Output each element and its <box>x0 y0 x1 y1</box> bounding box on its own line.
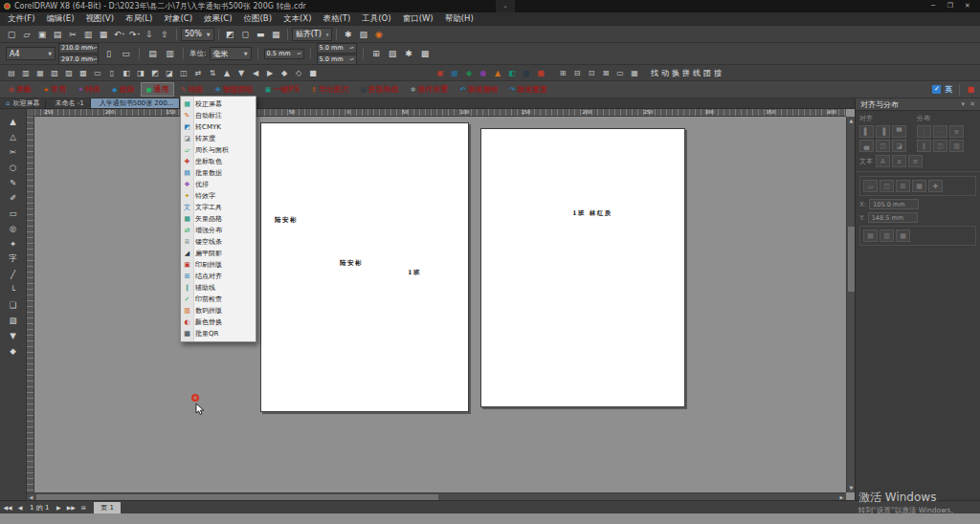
plugin-toolbar-icon[interactable]: ▥ <box>19 66 33 79</box>
toolbox-tool[interactable]: ◎ <box>4 221 23 235</box>
align-button[interactable]: ▄ <box>859 140 874 152</box>
dropdown-menu-item[interactable]: ◢ 扁平阴影 <box>181 248 256 259</box>
toolbar-icon[interactable]: ▤ <box>51 27 65 41</box>
current-page-button[interactable]: ▥ <box>163 47 177 61</box>
vertical-scroll-thumb[interactable] <box>848 227 855 292</box>
duplicate-x-field[interactable]: 5.0 mm▴▾ <box>317 43 357 54</box>
dropdown-menu-item[interactable]: ◪ 转灰度 <box>181 133 256 144</box>
page-text-object[interactable]: 1班 <box>408 269 421 277</box>
titlebar-chevron-icon[interactable]: ⌄ <box>496 0 515 12</box>
plugin-toolbar-icon[interactable]: ▩ <box>77 66 90 79</box>
property-bar-icon[interactable]: ▨ <box>386 47 400 61</box>
distribute-to-button[interactable]: ▥ <box>880 229 894 242</box>
distribute-to-button[interactable]: ▦ <box>896 229 910 242</box>
macro-button[interactable]: ✱插件设置 <box>406 82 454 97</box>
property-bar-icon[interactable]: ✱ <box>402 47 416 61</box>
document-tab[interactable]: 入学通知书500张 200... <box>91 98 181 108</box>
plugin-toolbar-icon[interactable]: ▭ <box>91 66 104 79</box>
macro-button[interactable]: ✎转曲 <box>176 82 209 97</box>
toolbar-icon[interactable]: ▦ <box>269 27 283 41</box>
plugin-toolbar-icon[interactable]: ◧ <box>120 66 133 79</box>
macro-button[interactable]: ↶极速撤销 <box>456 82 503 97</box>
plugin-toolbar-icon[interactable]: ▭ <box>613 66 627 79</box>
plugin-toolbar-icon[interactable]: ⊟ <box>570 66 584 79</box>
text-align-button[interactable]: A <box>876 155 890 167</box>
macro-button[interactable]: ●通用 <box>141 82 173 97</box>
plugin-toolbar-color-icon[interactable]: ● <box>477 66 490 79</box>
plugin-toolbar-icon[interactable]: ▤ <box>5 66 18 79</box>
toolbox-tool[interactable]: ▼ <box>4 328 23 342</box>
dropdown-menu-item[interactable]: ⇄ 增强分布 <box>181 225 256 236</box>
macro-button[interactable]: ↷极速重复 <box>504 82 552 97</box>
menu-item[interactable]: 布局(L) <box>120 12 158 26</box>
toolbar-icon[interactable]: ✂ <box>66 27 80 41</box>
toolbox-tool[interactable]: ✦ <box>4 236 23 251</box>
distribute-to-button[interactable]: ▤ <box>863 229 878 242</box>
stepper-icon[interactable]: ▴▾ <box>93 46 97 50</box>
plugin-toolbar-color-icon[interactable]: ▲ <box>491 66 504 79</box>
align-button[interactable]: ▌ <box>859 125 874 138</box>
menu-item[interactable]: 视图(V) <box>80 12 120 26</box>
toolbar-icon[interactable]: ▣ <box>35 27 50 41</box>
plugin-toolbar-icon[interactable]: ▯ <box>105 66 119 79</box>
plugin-toolbar-color-icon[interactable]: ◆ <box>462 66 476 79</box>
macro-button[interactable]: ⊞拼版角线 <box>356 82 404 97</box>
toolbox-tool[interactable]: ✐ <box>4 190 23 205</box>
last-page-button[interactable]: ▶▶ <box>66 504 76 511</box>
plugin-toolbar-icon[interactable]: ■ <box>306 66 320 79</box>
plugin-char-button[interactable]: 团 <box>702 66 712 79</box>
dropdown-menu-item[interactable]: ∥ 辅助线 <box>181 282 256 294</box>
dropdown-menu-item[interactable]: ✎ 自动标注 <box>181 110 256 121</box>
toolbox-tool[interactable]: ❏ <box>4 297 23 312</box>
add-page-button[interactable]: ⊞ <box>78 504 88 511</box>
horizontal-ruler[interactable]: 250 200 150 100 50 0 50 100 150 200 250 … <box>34 109 846 117</box>
plugin-toolbar-icon[interactable]: ▶ <box>263 66 277 79</box>
maximize-button[interactable]: ❐ <box>942 0 959 12</box>
toolbox-tool[interactable]: ✎ <box>4 175 23 189</box>
menu-item[interactable]: 工具(O) <box>356 12 396 26</box>
toolbar-icon[interactable]: ↷▾ <box>127 27 142 41</box>
portrait-button[interactable]: ▯ <box>101 47 116 61</box>
page-text-object[interactable]: 1班 林红质 <box>572 209 612 218</box>
menu-item[interactable]: 对象(C) <box>158 12 198 26</box>
first-page-button[interactable]: ◀◀ <box>3 504 12 511</box>
toolbox-tool[interactable]: ✂ <box>4 144 23 159</box>
toolbar-icon[interactable]: ▦ <box>97 27 111 41</box>
plugin-char-button[interactable]: 拼 <box>681 66 691 79</box>
dropdown-menu-item[interactable]: ▥ 数码拼版 <box>181 305 256 317</box>
plugin-toolbar-icon[interactable]: ◫ <box>177 66 190 79</box>
minimize-button[interactable]: ─ <box>924 0 942 12</box>
toolbox-tool[interactable]: ▲ <box>4 114 23 128</box>
macro-button[interactable]: ❖智能群组 <box>210 82 257 97</box>
toolbox-tool[interactable]: △ <box>4 129 23 143</box>
plugin-toolbar-icon[interactable]: ◀ <box>249 66 262 79</box>
distribute-button[interactable]: ⋮ <box>917 125 931 138</box>
page-text-object[interactable]: 陆安彬 <box>275 216 298 225</box>
language-checkbox[interactable]: ✓ <box>932 85 941 94</box>
toolbar-icon[interactable]: ▥ <box>81 27 96 41</box>
toolbox-tool[interactable]: ◆ <box>4 343 23 358</box>
dropdown-menu-item[interactable]: ▤ 批量数据 <box>181 167 256 179</box>
macro-end-icon[interactable]: ■ <box>967 85 974 94</box>
macro-button[interactable]: ✦特殊 <box>73 82 105 97</box>
dropdown-menu-item[interactable]: ⊞ 结点对齐 <box>181 271 256 282</box>
toolbox-tool[interactable]: └ <box>4 282 23 296</box>
plugin-toolbar-icon[interactable]: ◨ <box>134 66 147 79</box>
zoom-level-combo[interactable]: 50%▼ <box>181 28 214 41</box>
plugin-toolbar-icon[interactable]: ◪ <box>163 66 176 79</box>
units-combo[interactable]: 毫米▼ <box>210 47 252 60</box>
plugin-toolbar-icon[interactable]: ▼ <box>234 66 248 79</box>
distribute-button[interactable]: ≡ <box>949 125 964 138</box>
macro-button[interactable]: ⊘屏蔽 <box>4 82 36 97</box>
toolbox-tool[interactable]: ╱ <box>4 267 23 281</box>
macro-button[interactable]: ★常用 <box>38 82 71 97</box>
toolbar-icon[interactable]: ◩ <box>223 27 237 41</box>
align-to-button[interactable]: ◫ <box>880 180 894 192</box>
menu-item[interactable]: 帮助(H) <box>439 12 479 26</box>
plugin-toolbar-icon[interactable]: ◆ <box>278 66 291 79</box>
toolbar-icon[interactable]: ⇧ <box>158 27 172 41</box>
page-text-object[interactable]: 陆安彬 <box>340 259 363 268</box>
toolbar-icon[interactable]: ▱ <box>20 27 34 41</box>
align-button[interactable]: ▀ <box>892 125 906 138</box>
toolbox-tool[interactable]: 字 <box>4 251 23 266</box>
